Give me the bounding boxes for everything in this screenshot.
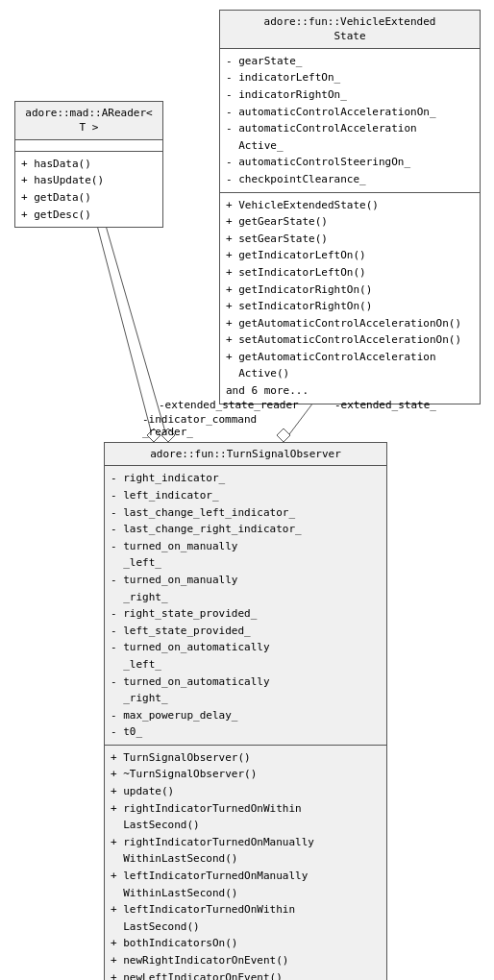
vehicle-extended-box: adore::fun::VehicleExtendedState - gearS… [219, 10, 481, 404]
vehicle-extended-title: adore::fun::VehicleExtendedState [220, 11, 480, 49]
svg-marker-5 [277, 429, 290, 442]
extended-state-label: -extended_state_ [334, 399, 436, 411]
turn-signal-observer-fields: - right_indicator_ - left_indicator_ - l… [105, 466, 386, 746]
svg-line-0 [88, 192, 154, 442]
diagram-container: adore::mad::AReader< T > + hasData() + h… [0, 0, 494, 980]
turn-signal-observer-methods: + TurnSignalObserver() + ~TurnSignalObse… [105, 746, 386, 980]
adore-reader-methods: + hasData() + hasUpdate() + getData() + … [15, 152, 162, 227]
turn-signal-observer-title: adore::fun::TurnSignalObserver [105, 443, 386, 466]
vehicle-extended-methods: + VehicleExtendedState() + getGearState(… [220, 193, 480, 404]
svg-line-1 [96, 192, 168, 442]
indicator-command-reader-label: -indicator_command_reader_ [142, 413, 257, 438]
turn-signal-observer-box: adore::fun::TurnSignalObserver - right_i… [104, 442, 387, 980]
vehicle-extended-fields: - gearState_ - indicatorLeftOn_ - indica… [220, 49, 480, 193]
extended-state-reader-label: -extended_state_reader [159, 399, 299, 411]
adore-reader-box: adore::mad::AReader< T > + hasData() + h… [14, 101, 163, 228]
adore-reader-empty-section [15, 140, 162, 152]
adore-reader-title: adore::mad::AReader< T > [15, 102, 162, 140]
